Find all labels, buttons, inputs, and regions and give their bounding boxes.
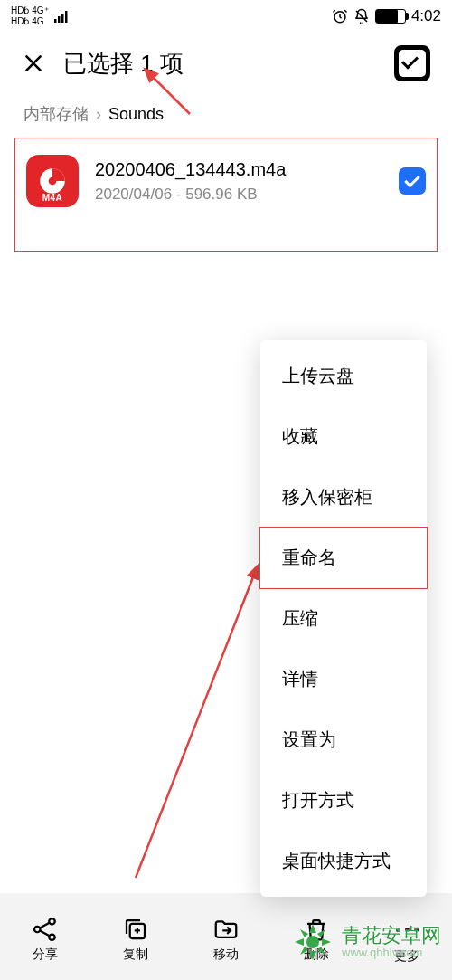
action-copy-label: 复制	[123, 947, 148, 963]
watermark-title: 青花安卓网	[342, 924, 441, 947]
svg-rect-2	[61, 14, 64, 23]
battery-icon	[375, 9, 406, 24]
file-row[interactable]: M4A 20200406_134443.m4a 2020/04/06 - 596…	[14, 138, 438, 252]
alarm-icon	[332, 8, 348, 24]
file-ext-label: M4A	[42, 193, 63, 203]
svg-rect-3	[65, 11, 68, 23]
status-time: 4:02	[411, 7, 441, 25]
status-net-1: HD␢ 4G⁺	[11, 6, 49, 15]
annotation-arrow-2	[118, 552, 280, 887]
menu-rename[interactable]: 重命名	[259, 527, 428, 589]
breadcrumb-parent[interactable]: 内部存储	[24, 103, 89, 125]
menu-upload-cloud[interactable]: 上传云盘	[260, 346, 427, 406]
chevron-right-icon: ›	[96, 105, 101, 124]
watermark: 青花安卓网 www.qhhlv.com	[291, 920, 441, 964]
file-subtitle: 2020/04/06 - 596.96 KB	[95, 186, 382, 204]
action-move-label: 移动	[213, 947, 239, 963]
menu-compress[interactable]: 压缩	[260, 588, 427, 649]
action-copy[interactable]: 复制	[99, 916, 172, 963]
breadcrumb-current: Sounds	[108, 105, 164, 124]
svg-point-8	[49, 918, 55, 925]
selection-header: 已选择 1 项	[0, 33, 452, 94]
mute-icon	[353, 8, 370, 24]
status-bar: HD␢ 4G⁺ HD␢ 4G 4:02	[0, 0, 452, 33]
copy-icon	[122, 916, 149, 943]
close-button[interactable]	[22, 52, 45, 75]
svg-point-7	[34, 927, 41, 933]
svg-rect-1	[58, 16, 61, 23]
select-all-button[interactable]	[394, 45, 430, 81]
menu-favorite[interactable]: 收藏	[260, 406, 427, 467]
watermark-url: www.qhhlv.com	[342, 947, 441, 960]
file-checkbox[interactable]	[399, 167, 426, 195]
status-net-2: HD␢ 4G	[11, 17, 49, 26]
share-icon	[32, 916, 59, 943]
more-actions-menu: 上传云盘 收藏 移入保密柜 重命名 压缩 详情 设置为 打开方式 桌面快捷方式	[260, 340, 427, 897]
svg-point-13	[306, 936, 319, 948]
menu-shortcut[interactable]: 桌面快捷方式	[260, 831, 427, 891]
selection-title: 已选择 1 项	[63, 48, 376, 80]
status-left: HD␢ 4G⁺ HD␢ 4G	[11, 6, 71, 26]
action-move[interactable]: 移动	[190, 916, 262, 963]
menu-open-with[interactable]: 打开方式	[260, 770, 427, 831]
menu-move-safe[interactable]: 移入保密柜	[260, 467, 427, 528]
signal-icon	[54, 10, 71, 23]
file-type-icon: M4A	[26, 155, 79, 207]
file-name: 20200406_134443.m4a	[95, 159, 382, 180]
move-icon	[212, 916, 240, 943]
menu-details[interactable]: 详情	[260, 649, 427, 709]
svg-line-12	[136, 566, 258, 878]
watermark-logo-icon	[291, 920, 334, 964]
svg-rect-0	[54, 19, 57, 23]
action-share[interactable]: 分享	[9, 916, 81, 963]
action-share-label: 分享	[33, 947, 58, 963]
status-right: 4:02	[332, 7, 441, 25]
breadcrumb: 内部存储 › Sounds	[0, 94, 452, 138]
svg-point-9	[49, 935, 55, 941]
menu-set-as[interactable]: 设置为	[260, 709, 427, 770]
